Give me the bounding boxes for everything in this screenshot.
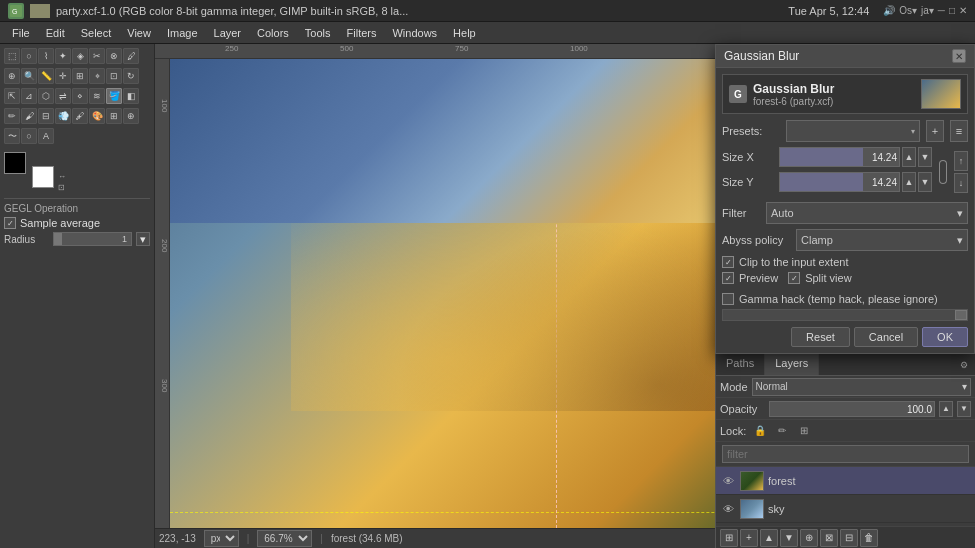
zoom-select[interactable]: 66.7% — [257, 530, 312, 547]
tool-paths[interactable]: 🖊 — [123, 48, 139, 64]
tool-crop[interactable]: ⊡ — [106, 68, 122, 84]
size-y-down-btn[interactable]: ▼ — [918, 172, 932, 192]
tool-blend[interactable]: ◧ — [123, 88, 139, 104]
tool-eraser[interactable]: ⊟ — [38, 108, 54, 124]
menu-colors[interactable]: Colors — [249, 25, 297, 41]
maximize-btn[interactable]: □ — [949, 5, 955, 16]
split-checkbox[interactable] — [788, 272, 800, 284]
tool-colorpicker[interactable]: ⊕ — [4, 68, 20, 84]
menu-image[interactable]: Image — [159, 25, 206, 41]
tool-select-by-color[interactable]: ◈ — [72, 48, 88, 64]
tool-perspective[interactable]: ⬡ — [38, 88, 54, 104]
tool-warp[interactable]: ≋ — [89, 88, 105, 104]
new-layer-group-btn[interactable]: ⊞ — [720, 529, 738, 547]
fg-bg-color-picker[interactable] — [4, 152, 54, 188]
menu-file[interactable]: File — [4, 25, 38, 41]
dialog-scroll-bar[interactable] — [722, 309, 968, 321]
opacity-down-btn[interactable]: ▼ — [957, 401, 971, 417]
chain-down-btn[interactable]: ↓ — [954, 173, 968, 193]
tool-scissors[interactable]: ✂ — [89, 48, 105, 64]
tool-heal[interactable]: ⊕ — [123, 108, 139, 124]
tool-zoom[interactable]: 🔍 — [21, 68, 37, 84]
menu-tools[interactable]: Tools — [297, 25, 339, 41]
filter-combo[interactable]: Auto ▾ — [766, 202, 968, 224]
lock-move-btn[interactable]: ⊞ — [796, 423, 812, 439]
tool-text[interactable]: A — [38, 128, 54, 144]
menu-filters[interactable]: Filters — [339, 25, 385, 41]
sample-average-checkbox[interactable] — [4, 217, 16, 229]
abyss-combo[interactable]: Clamp ▾ — [796, 229, 968, 251]
tool-foreground-select[interactable]: ⊗ — [106, 48, 122, 64]
tool-bucket-fill[interactable]: 🪣 — [106, 88, 122, 104]
tab-action-config[interactable]: ⚙ — [957, 358, 971, 372]
menu-edit[interactable]: Edit — [38, 25, 73, 41]
tool-ellipse-select[interactable]: ○ — [21, 48, 37, 64]
raise-layer-btn[interactable]: ▲ — [760, 529, 778, 547]
size-y-slider[interactable]: 14.24 — [779, 172, 900, 192]
tool-smudge[interactable]: 〜 — [4, 128, 20, 144]
opacity-slider[interactable]: 100.0 — [769, 401, 935, 417]
merge-layer-btn[interactable]: ⊟ — [840, 529, 858, 547]
tool-flip[interactable]: ⇌ — [55, 88, 71, 104]
opacity-up-btn[interactable]: ▲ — [939, 401, 953, 417]
anchor-layer-btn[interactable]: ⊠ — [820, 529, 838, 547]
radius-expand-btn[interactable]: ▾ — [136, 232, 150, 246]
tool-mypaint[interactable]: 🎨 — [89, 108, 105, 124]
preview-checkbox[interactable] — [722, 272, 734, 284]
tool-transform[interactable]: ⌖ — [89, 68, 105, 84]
new-layer-btn[interactable]: + — [740, 529, 758, 547]
tab-layers[interactable]: Layers — [765, 354, 819, 375]
delete-layer-btn[interactable]: 🗑 — [860, 529, 878, 547]
presets-combo[interactable]: ▾ — [786, 120, 920, 142]
presets-add-btn[interactable]: + — [926, 120, 944, 142]
radius-slider[interactable]: 1 — [53, 232, 132, 246]
tab-paths[interactable]: Paths — [716, 354, 765, 375]
tool-dodge[interactable]: ○ — [21, 128, 37, 144]
duplicate-layer-btn[interactable]: ⊕ — [800, 529, 818, 547]
size-y-up-btn[interactable]: ▲ — [902, 172, 916, 192]
dialog-scroll-thumb[interactable] — [955, 310, 967, 320]
size-x-down-btn[interactable]: ▼ — [918, 147, 932, 167]
tool-rect-select[interactable]: ⬚ — [4, 48, 20, 64]
cancel-btn[interactable]: Cancel — [854, 327, 918, 347]
tool-fuzzy-select[interactable]: ✦ — [55, 48, 71, 64]
lower-layer-btn[interactable]: ▼ — [780, 529, 798, 547]
tool-cage[interactable]: ⋄ — [72, 88, 88, 104]
dialog-close-btn[interactable]: ✕ — [952, 49, 966, 63]
lock-alpha-btn[interactable]: ✏ — [774, 423, 790, 439]
chain-up-btn[interactable]: ↑ — [954, 151, 968, 171]
unit-select[interactable]: px — [204, 530, 239, 547]
tool-free-select[interactable]: ⌇ — [38, 48, 54, 64]
bg-color[interactable] — [32, 166, 54, 188]
tool-measure[interactable]: 📏 — [38, 68, 54, 84]
tool-clone[interactable]: ⊞ — [106, 108, 122, 124]
tool-align[interactable]: ⊞ — [72, 68, 88, 84]
tool-rotate[interactable]: ↻ — [123, 68, 139, 84]
size-x-up-btn[interactable]: ▲ — [902, 147, 916, 167]
ok-btn[interactable]: OK — [922, 327, 968, 347]
gamma-checkbox[interactable] — [722, 293, 734, 305]
menu-windows[interactable]: Windows — [384, 25, 445, 41]
tool-move[interactable]: ✛ — [55, 68, 71, 84]
menu-layer[interactable]: Layer — [206, 25, 250, 41]
tool-ink[interactable]: 🖋 — [72, 108, 88, 124]
presets-manage-btn[interactable]: ≡ — [950, 120, 968, 142]
tool-pencil[interactable]: ✏ — [4, 108, 20, 124]
lock-pixels-btn[interactable]: 🔒 — [752, 423, 768, 439]
menu-view[interactable]: View — [119, 25, 159, 41]
layer-item-forest[interactable]: 👁 forest — [716, 467, 975, 495]
close-btn[interactable]: ✕ — [959, 5, 967, 16]
layer-eye-forest[interactable]: 👁 — [720, 473, 736, 489]
tool-airbrush[interactable]: 💨 — [55, 108, 71, 124]
fg-color[interactable] — [4, 152, 26, 174]
tool-scale[interactable]: ⇱ — [4, 88, 20, 104]
layer-eye-sky[interactable]: 👁 — [720, 501, 736, 517]
size-x-slider[interactable]: 14.24 — [779, 147, 900, 167]
reset-btn[interactable]: Reset — [791, 327, 850, 347]
mode-combo[interactable]: Normal ▾ — [752, 378, 971, 396]
menu-help[interactable]: Help — [445, 25, 484, 41]
clip-checkbox[interactable] — [722, 256, 734, 268]
menu-select[interactable]: Select — [73, 25, 120, 41]
tool-paintbrush[interactable]: 🖌 — [21, 108, 37, 124]
layer-filter-input[interactable] — [722, 445, 969, 463]
